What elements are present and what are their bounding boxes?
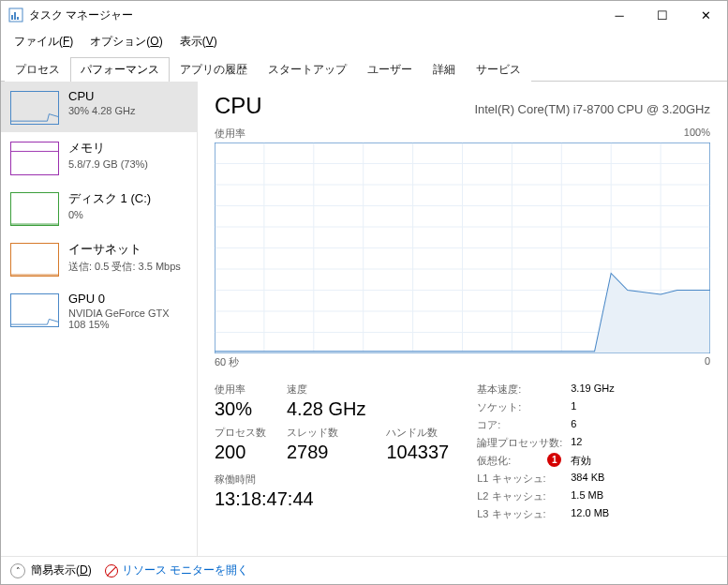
stat-uptime: 13:18:47:44 xyxy=(215,488,449,510)
window-title: タスク マネージャー xyxy=(29,8,598,23)
chart-x-right: 0 xyxy=(705,355,710,369)
menu-options[interactable]: オプション(O) xyxy=(82,31,170,52)
sidebar: CPU30% 4.28 GHz メモリ5.8/7.9 GB (73%) ディスク… xyxy=(1,82,198,556)
sidebar-item-gpu[interactable]: GPU 0NVIDIA GeForce GTX 108 15% xyxy=(1,284,197,338)
tabs: プロセス パフォーマンス アプリの履歴 スタートアップ ユーザー 詳細 サービス xyxy=(1,56,727,82)
tab-performance[interactable]: パフォーマンス xyxy=(70,57,170,82)
sidebar-item-memory[interactable]: メモリ5.8/7.9 GB (73%) xyxy=(1,132,197,183)
footer: ˄ 簡易表示(D) リソース モニターを開く xyxy=(1,556,727,584)
chart-x-left: 60 秒 xyxy=(215,355,239,369)
cpu-thumb-icon xyxy=(10,91,59,125)
cpu-usage-chart[interactable] xyxy=(215,142,710,353)
stat-processes: 200 xyxy=(215,442,266,463)
close-button[interactable]: ✕ xyxy=(684,1,727,29)
tab-app-history[interactable]: アプリの履歴 xyxy=(170,57,258,82)
app-icon xyxy=(8,8,23,22)
titlebar: タスク マネージャー ─ ☐ ✕ xyxy=(1,1,727,29)
tab-startup[interactable]: スタートアップ xyxy=(258,57,357,82)
tab-details[interactable]: 詳細 xyxy=(423,57,466,82)
menu-view[interactable]: 表示(V) xyxy=(172,31,225,52)
chart-y-max: 100% xyxy=(684,127,710,141)
svg-rect-3 xyxy=(17,17,19,20)
disk-thumb-icon xyxy=(10,192,59,226)
badge-icon: 1 xyxy=(547,453,561,467)
sidebar-item-ethernet[interactable]: イーサネット送信: 0.5 受信: 3.5 Mbps xyxy=(1,233,197,284)
stat-threads: 2789 xyxy=(287,442,365,463)
chart-y-label: 使用率 xyxy=(215,127,245,141)
resource-monitor-icon xyxy=(105,564,118,578)
minimize-button[interactable]: ─ xyxy=(598,1,641,29)
tab-services[interactable]: サービス xyxy=(466,57,531,82)
svg-rect-1 xyxy=(11,15,13,20)
main-panel: CPU Intel(R) Core(TM) i7-8700 CPU @ 3.20… xyxy=(198,82,727,556)
stat-handles: 104337 xyxy=(386,442,449,463)
chevron-up-icon[interactable]: ˄ xyxy=(10,563,25,578)
svg-rect-2 xyxy=(14,12,16,20)
page-title: CPU xyxy=(215,93,262,119)
fewer-details-link[interactable]: 簡易表示(D) xyxy=(31,562,92,578)
ethernet-thumb-icon xyxy=(10,243,59,277)
gpu-thumb-icon xyxy=(10,293,59,327)
sidebar-item-cpu[interactable]: CPU30% 4.28 GHz xyxy=(1,82,197,132)
tab-processes[interactable]: プロセス xyxy=(5,57,70,82)
menu-file[interactable]: ファイル(F) xyxy=(7,31,81,52)
stat-speed: 4.28 GHz xyxy=(287,398,365,420)
menubar: ファイル(F) オプション(O) 表示(V) xyxy=(1,29,727,54)
sidebar-item-disk[interactable]: ディスク 1 (C:)0% xyxy=(1,183,197,233)
memory-thumb-icon xyxy=(10,142,59,175)
cpu-info-list: 基本速度:3.19 GHzソケット:1コア:6論理プロセッサ数:12仮想化:1有… xyxy=(477,382,614,525)
resource-monitor-link[interactable]: リソース モニターを開く xyxy=(105,562,248,578)
tab-users[interactable]: ユーザー xyxy=(357,57,423,82)
stat-utilization: 30% xyxy=(215,398,266,420)
maximize-button[interactable]: ☐ xyxy=(641,1,684,29)
cpu-model: Intel(R) Core(TM) i7-8700 CPU @ 3.20GHz xyxy=(474,102,710,116)
